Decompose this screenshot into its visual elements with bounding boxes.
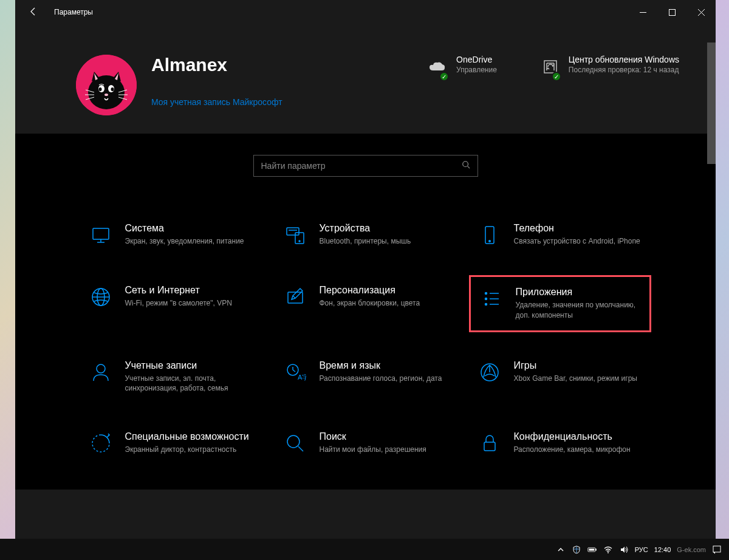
category-title: Учетные записи <box>125 360 254 371</box>
category-desc: Найти мои файлы, разрешения <box>320 445 426 455</box>
category-desc: Фон, экран блокировки, цвета <box>320 298 420 309</box>
notifications-icon[interactable] <box>712 545 722 555</box>
svg-point-17 <box>462 162 468 167</box>
header-section: Almanex Моя учетная запись Майкрософт ✓ … <box>15 24 716 134</box>
onedrive-icon: ✓ <box>427 57 447 79</box>
account-link[interactable]: Моя учетная запись Майкрософт <box>151 97 282 107</box>
svg-point-24 <box>299 241 300 242</box>
category-desc: Экранный диктор, контрастность <box>125 445 249 455</box>
category-system[interactable]: СистемаЭкран, звук, уведомления, питание <box>80 213 262 257</box>
svg-point-51 <box>608 552 609 553</box>
category-desc: Связать устройство с Android, iPhone <box>514 236 640 247</box>
watermark: G-ek.com <box>677 546 706 553</box>
battery-icon[interactable] <box>587 545 597 555</box>
category-accounts[interactable]: Учетные записиУчетные записи, эл. почта,… <box>80 350 262 404</box>
minimize-button[interactable] <box>628 0 657 24</box>
category-gaming[interactable]: ИгрыXbox Game Bar, снимки, режим игры <box>469 350 651 404</box>
search-cat-icon <box>283 431 307 456</box>
svg-point-27 <box>488 241 490 242</box>
category-title: Время и язык <box>320 360 442 371</box>
phone-icon <box>477 223 502 247</box>
update-title: Центр обновления Windows <box>569 55 679 64</box>
svg-point-10 <box>104 94 108 96</box>
category-desc: Экран, звук, уведомления, питание <box>125 236 244 247</box>
category-title: Телефон <box>514 223 640 234</box>
category-desc: Учетные записи, эл. почта, синхронизация… <box>125 374 254 394</box>
svg-point-8 <box>99 87 102 91</box>
avatar[interactable] <box>76 55 137 115</box>
wifi-icon[interactable] <box>603 545 613 555</box>
time-language-icon: A字 <box>283 360 307 384</box>
category-search[interactable]: ПоискНайти мои файлы, разрешения <box>275 422 457 465</box>
search-icon <box>462 160 470 171</box>
profile-name: Almanex <box>151 55 282 75</box>
scrollbar[interactable] <box>707 43 716 164</box>
category-title: Игры <box>514 360 637 371</box>
category-phone[interactable]: ТелефонСвязать устройство с Android, iPh… <box>469 213 651 257</box>
svg-point-33 <box>485 298 487 300</box>
category-title: Специальные возможности <box>125 431 249 442</box>
category-accessibility[interactable]: Специальные возможностиЭкранный диктор, … <box>80 422 262 465</box>
category-desc: Wi-Fi, режим "в самолете", VPN <box>125 298 232 309</box>
window-title: Параметры <box>54 8 93 16</box>
svg-line-18 <box>467 166 470 169</box>
settings-window: Параметры <box>15 0 716 539</box>
main-section: СистемаЭкран, звук, уведомления, питание… <box>15 134 716 490</box>
accounts-icon <box>89 360 113 384</box>
system-icon <box>89 223 113 247</box>
category-apps[interactable]: ПриложенияУдаление, значения по умолчани… <box>469 275 651 332</box>
accessibility-icon <box>89 431 113 456</box>
category-time-language[interactable]: A字 Время и языкРаспознавание голоса, рег… <box>275 350 457 404</box>
onedrive-status[interactable]: ✓ OneDrive Управление <box>427 55 497 79</box>
category-devices[interactable]: УстройстваBluetooth, принтеры, мышь <box>275 213 457 257</box>
personalization-icon <box>283 285 307 309</box>
volume-icon[interactable] <box>619 545 629 555</box>
svg-text:A字: A字 <box>298 374 306 381</box>
language-indicator[interactable]: РУС <box>635 546 648 553</box>
svg-rect-50 <box>589 548 594 550</box>
search-box[interactable] <box>253 155 478 177</box>
svg-point-34 <box>485 304 487 306</box>
category-title: Поиск <box>320 431 426 442</box>
category-title: Персонализация <box>320 285 420 296</box>
category-title: Сеть и Интернет <box>125 285 232 296</box>
category-grid: СистемаЭкран, звук, уведомления, питание… <box>80 213 651 465</box>
apps-icon <box>479 287 504 311</box>
svg-point-9 <box>111 87 114 91</box>
svg-point-38 <box>97 364 105 373</box>
privacy-icon <box>477 431 502 456</box>
svg-point-45 <box>287 435 299 448</box>
category-desc: Расположение, камера, микрофон <box>514 445 631 455</box>
search-input[interactable] <box>261 161 462 171</box>
maximize-button[interactable] <box>657 0 686 24</box>
svg-rect-1 <box>669 9 675 15</box>
content-area: Almanex Моя учетная запись Майкрософт ✓ … <box>15 24 716 539</box>
profile-info: Almanex Моя учетная запись Майкрософт <box>151 55 282 107</box>
tray-expand-icon[interactable] <box>556 545 566 555</box>
svg-point-32 <box>485 293 487 295</box>
update-icon: ✓ <box>539 57 559 79</box>
svg-line-41 <box>293 370 295 372</box>
category-desc: Bluetooth, принтеры, мышь <box>320 236 411 247</box>
back-button[interactable] <box>26 4 41 21</box>
security-icon[interactable] <box>572 545 581 555</box>
category-privacy[interactable]: КонфиденциальностьРасположение, камера, … <box>469 422 651 465</box>
svg-rect-22 <box>287 228 299 235</box>
taskbar: РУС 12:40 G-ek.com <box>0 539 729 560</box>
category-title: Система <box>125 223 244 234</box>
titlebar: Параметры <box>15 0 716 24</box>
category-title: Устройства <box>320 223 411 234</box>
onedrive-subtitle: Управление <box>456 66 497 74</box>
network-icon <box>89 285 113 309</box>
category-desc: Распознавание голоса, регион, дата <box>320 374 442 384</box>
category-personalization[interactable]: ПерсонализацияФон, экран блокировки, цве… <box>275 275 457 332</box>
category-desc: Удаление, значения по умолчанию, доп. ко… <box>516 300 641 321</box>
devices-icon <box>283 223 307 247</box>
update-subtitle: Последняя проверка: 12 ч назад <box>569 66 679 74</box>
windows-update-status[interactable]: ✓ Центр обновления Windows Последняя про… <box>539 55 679 79</box>
svg-rect-47 <box>484 442 495 451</box>
close-button[interactable] <box>686 0 716 24</box>
gaming-icon <box>477 360 502 384</box>
clock[interactable]: 12:40 <box>654 546 671 553</box>
category-network[interactable]: Сеть и ИнтернетWi-Fi, режим "в самолете"… <box>80 275 262 332</box>
